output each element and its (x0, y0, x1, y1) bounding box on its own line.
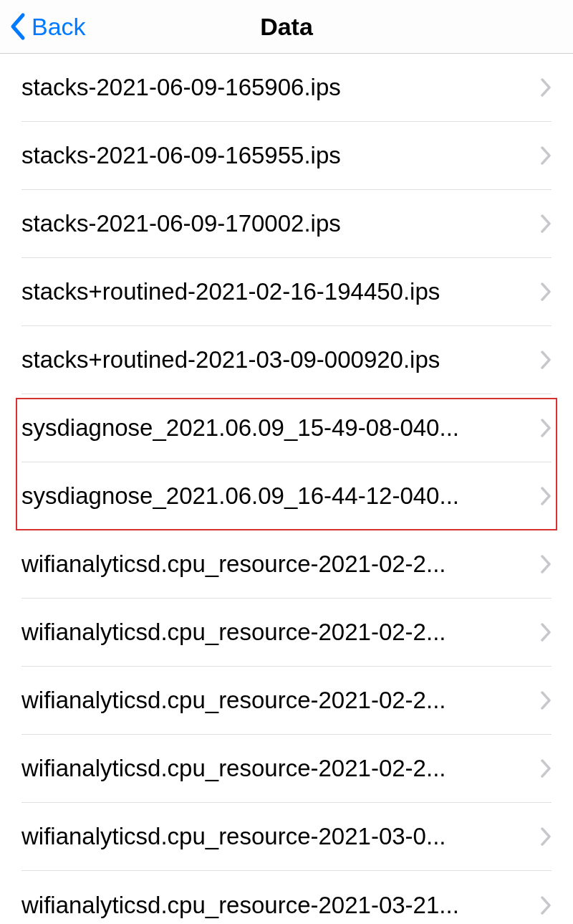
file-name: wifianalyticsd.cpu_resource-2021-03-0... (21, 823, 540, 850)
chevron-right-icon (540, 77, 552, 97)
chevron-right-icon (540, 622, 552, 642)
list-item[interactable]: stacks-2021-06-09-165955.ips (21, 122, 552, 190)
chevron-right-icon (540, 895, 552, 915)
file-name: stacks+routined-2021-02-16-194450.ips (21, 278, 540, 305)
file-name: wifianalyticsd.cpu_resource-2021-02-2... (21, 619, 540, 646)
file-name: wifianalyticsd.cpu_resource-2021-02-2... (21, 687, 540, 714)
list-item[interactable]: wifianalyticsd.cpu_resource-2021-02-2... (21, 735, 552, 803)
chevron-right-icon (540, 350, 552, 370)
list-item[interactable]: wifianalyticsd.cpu_resource-2021-02-2... (21, 599, 552, 667)
file-name: wifianalyticsd.cpu_resource-2021-03-21..… (21, 892, 540, 919)
file-name: stacks+routined-2021-03-09-000920.ips (21, 346, 540, 373)
list-item[interactable]: sysdiagnose_2021.06.09_16-44-12-040... (21, 462, 552, 530)
list-item[interactable]: stacks+routined-2021-02-16-194450.ips (21, 258, 552, 326)
chevron-left-icon (9, 12, 26, 41)
list-item[interactable]: stacks-2021-06-09-170002.ips (21, 190, 552, 258)
navigation-header: Back Data (0, 0, 573, 54)
file-name: wifianalyticsd.cpu_resource-2021-02-2... (21, 551, 540, 578)
chevron-right-icon (540, 214, 552, 234)
list-item[interactable]: stacks-2021-06-09-165906.ips (21, 54, 552, 122)
back-label: Back (32, 13, 86, 41)
file-name: sysdiagnose_2021.06.09_16-44-12-040... (21, 482, 540, 510)
chevron-right-icon (540, 554, 552, 574)
chevron-right-icon (540, 282, 552, 302)
chevron-right-icon (540, 418, 552, 438)
file-list: stacks-2021-06-09-165906.ips stacks-2021… (0, 54, 573, 924)
page-title: Data (260, 13, 313, 41)
list-item[interactable]: wifianalyticsd.cpu_resource-2021-03-21..… (21, 871, 552, 924)
chevron-right-icon (540, 486, 552, 506)
list-item[interactable]: stacks+routined-2021-03-09-000920.ips (21, 326, 552, 394)
file-name: wifianalyticsd.cpu_resource-2021-02-2... (21, 755, 540, 782)
list-item[interactable]: wifianalyticsd.cpu_resource-2021-03-0... (21, 803, 552, 871)
app-container: Back Data stacks-2021-06-09-165906.ips s… (0, 0, 573, 924)
list-item[interactable]: sysdiagnose_2021.06.09_15-49-08-040... (21, 394, 552, 462)
list-item[interactable]: wifianalyticsd.cpu_resource-2021-02-2... (21, 530, 552, 599)
chevron-right-icon (540, 758, 552, 778)
chevron-right-icon (540, 690, 552, 710)
file-name: stacks-2021-06-09-165906.ips (21, 74, 540, 101)
file-name: sysdiagnose_2021.06.09_15-49-08-040... (21, 414, 540, 442)
back-button[interactable]: Back (0, 12, 86, 41)
file-name: stacks-2021-06-09-170002.ips (21, 210, 540, 237)
chevron-right-icon (540, 146, 552, 166)
chevron-right-icon (540, 827, 552, 847)
list-item[interactable]: wifianalyticsd.cpu_resource-2021-02-2... (21, 667, 552, 735)
file-name: stacks-2021-06-09-165955.ips (21, 142, 540, 169)
